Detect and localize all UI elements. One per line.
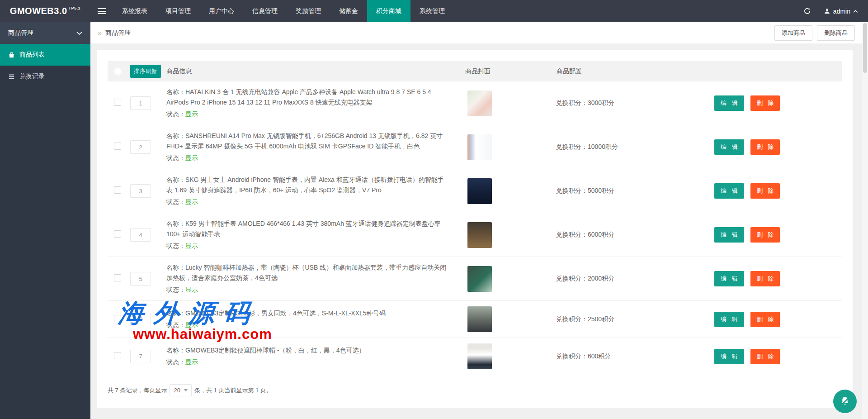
caret-down-icon — [184, 389, 188, 391]
status-toggle-link[interactable]: 显示 — [185, 321, 198, 329]
delete-button[interactable]: 删 除 — [750, 95, 780, 111]
row-checkbox[interactable] — [114, 99, 121, 106]
status-label: 状态： — [166, 286, 185, 293]
user-icon — [824, 8, 830, 14]
name-label: 名称： — [166, 220, 185, 227]
name-label: 名称： — [166, 347, 185, 354]
top-navigation: 系统报表 项目管理 用户中心 信息管理 奖励管理 储蓄金 积分商城 系统管理 — [113, 0, 454, 22]
delete-product-button[interactable]: 删除商品 — [817, 25, 855, 41]
sort-order-input[interactable] — [130, 350, 151, 363]
per-page-select[interactable]: 20 — [170, 384, 191, 396]
nav-item-reward-manage[interactable]: 奖励管理 — [287, 0, 330, 22]
nav-item-savings[interactable]: 储蓄金 — [330, 0, 367, 22]
product-cover-image — [467, 134, 492, 160]
topbar: GMOWEB3.0TP5.1 系统报表 项目管理 用户中心 信息管理 奖励管理 … — [0, 0, 868, 22]
chevron-up-icon — [853, 10, 858, 13]
delete-button[interactable]: 删 除 — [750, 271, 780, 286]
product-name: SANSHREUNI A14 Pro Max 无锁版智能手机，6+256GB A… — [166, 132, 443, 150]
pagination-suffix: 条，共 1 页当前显示第 1 页。 — [194, 386, 272, 395]
main-area: » 商品管理 添加商品 删除商品 排序刷新 商品信息 商品封面 商品配置 名称：… — [90, 22, 862, 419]
column-header-product-cover: 商品封面 — [462, 67, 548, 76]
status-label: 状态： — [166, 110, 185, 118]
points-text: 兑换积分：5000积分 — [556, 187, 614, 194]
delete-button[interactable]: 删 除 — [750, 183, 780, 199]
delete-button[interactable]: 删 除 — [750, 139, 780, 155]
table-row: 名称：GMOWEB3定制POLO衫，男女同款，4色可选，S-M-L-XL-XXL… — [108, 301, 842, 338]
sort-order-input[interactable] — [130, 228, 151, 242]
name-label: 名称： — [166, 309, 185, 317]
sidebar-item-goods-list[interactable]: 商品列表 — [0, 44, 90, 66]
nav-item-project-manage[interactable]: 项目管理 — [156, 0, 200, 22]
name-label: 名称： — [166, 176, 185, 183]
points-text: 兑换积分：2500积分 — [556, 315, 614, 323]
edit-button[interactable]: 编 辑 — [714, 271, 744, 286]
scrollbar-thumb[interactable] — [863, 23, 867, 73]
points-text: 兑换积分：6000积分 — [556, 231, 614, 238]
status-label: 状态： — [166, 242, 185, 249]
product-cover-image — [467, 306, 492, 332]
name-label: 名称： — [166, 132, 185, 139]
content-area: 排序刷新 商品信息 商品封面 商品配置 名称：HATALKIN 3 合 1 无线… — [90, 44, 862, 408]
sidebar-group-label: 商品管理 — [8, 29, 33, 37]
status-toggle-link[interactable]: 显示 — [185, 242, 198, 249]
bell-off-icon — [839, 395, 851, 407]
status-toggle-link[interactable]: 显示 — [185, 110, 198, 118]
refresh-icon — [803, 7, 811, 15]
notification-fab-button[interactable] — [833, 390, 857, 413]
row-checkbox[interactable] — [114, 143, 121, 150]
delete-button[interactable]: 删 除 — [750, 227, 780, 243]
table-row: 名称：GMOWEB3定制轻便遮阳棒球帽 -（粉，白，红，黑，4色可选） 状态：显… — [108, 338, 842, 375]
status-toggle-link[interactable]: 显示 — [185, 358, 198, 366]
product-cover-image — [467, 222, 492, 248]
breadcrumb-bar: » 商品管理 添加商品 删除商品 — [90, 22, 862, 44]
row-checkbox[interactable] — [114, 352, 121, 359]
sort-order-input[interactable] — [130, 272, 151, 286]
product-table-card: 排序刷新 商品信息 商品封面 商品配置 名称：HATALKIN 3 合 1 无线… — [97, 50, 853, 408]
refresh-button[interactable] — [796, 0, 818, 22]
per-page-value: 20 — [174, 387, 180, 394]
table-row: 名称：K59 男士智能手表 AMOLED 466*466 1.43 英寸 380… — [108, 213, 842, 257]
delete-button[interactable]: 删 除 — [750, 312, 780, 327]
edit-button[interactable]: 编 辑 — [714, 95, 744, 111]
select-all-checkbox[interactable] — [114, 68, 121, 75]
edit-button[interactable]: 编 辑 — [714, 227, 744, 243]
nav-item-system-report[interactable]: 系统报表 — [113, 0, 156, 22]
delete-button[interactable]: 删 除 — [750, 349, 780, 364]
table-body: 名称：HATALKIN 3 合 1 无线充电站兼容 Apple 产品多种设备 A… — [108, 81, 842, 375]
product-cover-image — [467, 266, 492, 292]
row-checkbox[interactable] — [114, 186, 121, 194]
table-row: 名称：SKG 男士女士 Android iPhone 智能手表，内置 Alexa… — [108, 169, 842, 213]
edit-button[interactable]: 编 辑 — [714, 349, 744, 364]
row-checkbox[interactable] — [114, 274, 121, 281]
edit-button[interactable]: 编 辑 — [714, 183, 744, 199]
status-toggle-link[interactable]: 显示 — [185, 286, 198, 293]
edit-button[interactable]: 编 辑 — [714, 312, 744, 327]
nav-item-user-center[interactable]: 用户中心 — [200, 0, 243, 22]
nav-item-system-manage[interactable]: 系统管理 — [410, 0, 454, 22]
sort-order-input[interactable] — [130, 96, 151, 110]
add-product-button[interactable]: 添加商品 — [774, 25, 812, 41]
sidebar-group-goods-manage[interactable]: 商品管理 — [0, 22, 90, 44]
breadcrumb: 商品管理 — [105, 29, 131, 37]
username: admin — [833, 8, 850, 15]
sort-refresh-button[interactable]: 排序刷新 — [130, 65, 161, 78]
menu-collapse-button[interactable] — [90, 0, 113, 22]
status-toggle-link[interactable]: 显示 — [185, 154, 198, 162]
page-actions: 添加商品 删除商品 — [774, 25, 855, 41]
sort-order-input[interactable] — [130, 140, 151, 154]
row-checkbox[interactable] — [114, 230, 121, 238]
nav-item-info-manage[interactable]: 信息管理 — [243, 0, 287, 22]
sidebar-item-exchange-records[interactable]: 兑换记录 — [0, 66, 90, 87]
sort-order-input[interactable] — [130, 313, 151, 326]
product-cover-image — [467, 178, 492, 204]
nav-item-points-mall[interactable]: 积分商城 — [367, 0, 410, 22]
product-cover-image — [467, 90, 492, 116]
pagination-prefix: 共 7 条记录，每页显示 — [108, 386, 167, 395]
status-label: 状态： — [166, 198, 185, 205]
status-toggle-link[interactable]: 显示 — [185, 198, 198, 205]
sort-order-input[interactable] — [130, 184, 151, 198]
vertical-scrollbar[interactable] — [862, 22, 868, 419]
edit-button[interactable]: 编 辑 — [714, 139, 744, 155]
user-menu[interactable]: admin — [818, 0, 868, 22]
row-checkbox[interactable] — [114, 315, 121, 322]
